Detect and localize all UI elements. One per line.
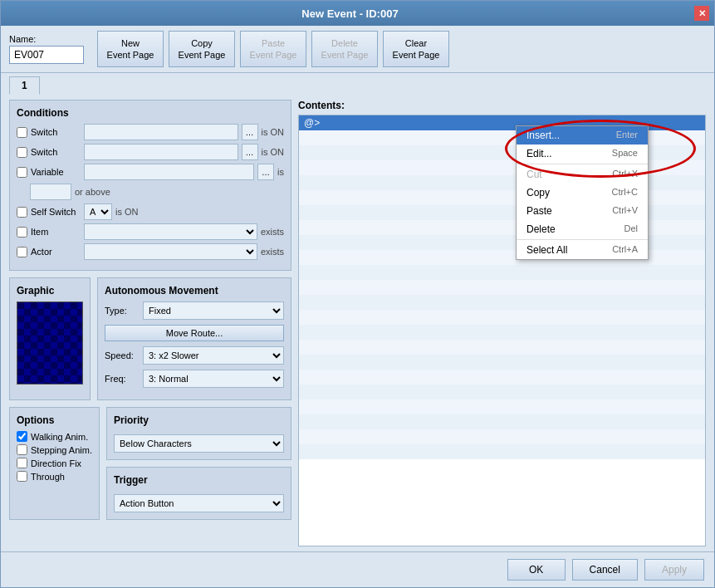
priority-select[interactable]: Below Characters Same as Characters Abov… (114, 434, 284, 453)
self-switch-row: Self Switch ABCD is ON (17, 203, 284, 220)
ok-button[interactable]: OK (507, 559, 566, 581)
movement-speed-label: Speed: (105, 350, 138, 360)
stepping-anim-row: Stepping Anim. (17, 444, 92, 455)
variable-suffix: is (277, 167, 284, 177)
contents-row-21[interactable] (299, 429, 705, 444)
options-priority-row: Options Walking Anim. Stepping Anim. (9, 407, 291, 520)
move-route-button[interactable]: Move Route... (105, 325, 284, 341)
delete-event-page-button[interactable]: DeleteEvent Page (311, 31, 378, 67)
toolbar: Name: NewEvent Page CopyEvent Page Paste… (1, 26, 714, 73)
switch2-checkbox[interactable] (17, 147, 27, 158)
graphic-preview[interactable] (17, 301, 83, 385)
context-copy[interactable]: Copy Ctrl+C (517, 184, 648, 202)
switch1-checkbox[interactable] (17, 127, 27, 138)
self-switch-checkbox[interactable] (17, 207, 27, 218)
item-checkbox[interactable] (17, 227, 27, 238)
switch2-browse-button[interactable]: … (242, 144, 258, 160)
context-copy-shortcut: Ctrl+C (612, 187, 638, 198)
graphic-title: Graphic (17, 285, 83, 296)
walking-anim-checkbox[interactable] (17, 431, 27, 442)
trigger-title: Trigger (114, 474, 284, 486)
variable-value-input[interactable] (30, 184, 71, 200)
bottom-panels: Graphic Autonomous Movement Type: Fixed … (9, 277, 291, 400)
context-insert-shortcut: Enter (616, 130, 638, 141)
context-paste-label: Paste (526, 205, 552, 217)
contents-row-10[interactable] (299, 265, 705, 280)
context-paste[interactable]: Paste Ctrl+V (517, 202, 648, 220)
name-section: Name: (9, 34, 84, 64)
actor-select[interactable] (84, 243, 257, 260)
direction-fix-checkbox[interactable] (17, 458, 27, 468)
switch1-input[interactable] (84, 124, 238, 140)
context-delete[interactable]: Delete Del (517, 220, 648, 238)
variable-checkbox[interactable] (17, 167, 27, 178)
tab-1[interactable]: 1 (9, 76, 40, 95)
paste-event-page-button[interactable]: PasteEvent Page (240, 31, 306, 67)
context-menu: Insert... Enter Edit... Space Cut Ctrl+X… (516, 125, 649, 260)
variable-label: Variable (31, 167, 81, 177)
item-select[interactable] (84, 223, 257, 240)
options-checkboxes: Walking Anim. Stepping Anim. Direction F… (17, 431, 92, 482)
conditions-section: Conditions Switch … is ON Switch … (9, 100, 291, 271)
contents-row-16[interactable] (299, 355, 705, 370)
switch2-input[interactable] (84, 144, 238, 160)
movement-type-select[interactable]: Fixed Random Approach Custom (143, 301, 284, 320)
stepping-anim-checkbox[interactable] (17, 444, 27, 455)
actor-checkbox[interactable] (17, 247, 27, 257)
new-event-page-button[interactable]: NewEvent Page (97, 31, 164, 67)
through-label: Through (31, 472, 65, 482)
contents-label: Contents: (298, 100, 706, 111)
context-select-all[interactable]: Select All Ctrl+A (517, 241, 648, 259)
footer: OK Cancel Apply (1, 551, 714, 587)
variable-browse-button[interactable]: … (257, 164, 274, 180)
self-switch-label: Self Switch (31, 207, 81, 217)
contents-row-12[interactable] (299, 295, 705, 310)
contents-row-11[interactable] (299, 280, 705, 295)
context-separator-1 (517, 164, 648, 164)
movement-title: Autonomous Movement (105, 285, 284, 296)
through-checkbox[interactable] (17, 471, 27, 482)
movement-speed-select[interactable]: 1: x8 Slower 2: x4 Slower 3: x2 Slower 4… (143, 346, 284, 365)
contents-row-17[interactable] (299, 370, 705, 385)
window-title: New Event - ID:007 (6, 7, 694, 20)
movement-freq-row: Freq: 1: Lowest 2: Lower 3: Normal 4: Hi… (105, 370, 284, 388)
context-cut[interactable]: Cut Ctrl+X (517, 165, 648, 184)
contents-row-22[interactable] (299, 444, 705, 459)
actor-label: Actor (31, 247, 81, 257)
conditions-title: Conditions (17, 107, 284, 119)
close-button[interactable]: ✕ (694, 6, 709, 21)
movement-freq-select[interactable]: 1: Lowest 2: Lower 3: Normal 4: Higher 5… (143, 370, 284, 388)
self-switch-select[interactable]: ABCD (84, 203, 112, 220)
context-insert[interactable]: Insert... Enter (517, 126, 648, 145)
main-content: Conditions Switch … is ON Switch … (1, 95, 714, 551)
condition-switch2-row: Switch … is ON (17, 144, 284, 160)
contents-row-14[interactable] (299, 325, 705, 340)
contents-row-19[interactable] (299, 399, 705, 414)
switch2-label: Switch (31, 147, 81, 157)
context-cut-shortcut: Ctrl+X (612, 169, 638, 180)
walking-anim-row: Walking Anim. (17, 431, 92, 442)
context-edit-label: Edit... (526, 148, 552, 159)
switch1-browse-button[interactable]: … (242, 124, 258, 140)
contents-row-13[interactable] (299, 310, 705, 325)
copy-event-page-button[interactable]: CopyEvent Page (169, 31, 235, 67)
or-above-label: or above (75, 187, 110, 197)
contents-row-15[interactable] (299, 340, 705, 355)
contents-row-18[interactable] (299, 385, 705, 399)
switch1-label: Switch (31, 127, 81, 137)
context-paste-shortcut: Ctrl+V (612, 205, 638, 217)
actor-row: Actor exists (17, 243, 284, 260)
name-label: Name: (9, 34, 84, 44)
contents-row-20[interactable] (299, 414, 705, 429)
graphic-section: Graphic (9, 277, 91, 400)
clear-event-page-button[interactable]: ClearEvent Page (383, 31, 449, 67)
trigger-section: Trigger Action Button Player Touch Event… (106, 467, 291, 520)
trigger-select[interactable]: Action Button Player Touch Event Touch A… (114, 494, 284, 512)
context-delete-label: Delete (526, 223, 556, 235)
name-input[interactable] (9, 46, 84, 64)
context-edit[interactable]: Edit... Space (517, 145, 648, 163)
apply-button[interactable]: Apply (644, 559, 704, 581)
variable-input[interactable] (84, 164, 254, 180)
actor-suffix: exists (261, 247, 284, 257)
cancel-button[interactable]: Cancel (572, 559, 638, 581)
